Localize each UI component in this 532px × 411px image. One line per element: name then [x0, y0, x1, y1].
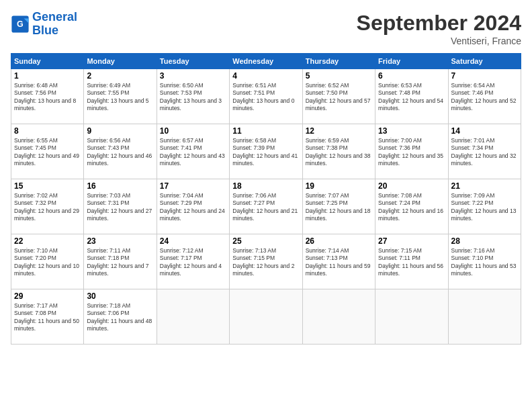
day-number: 5	[306, 71, 372, 81]
day-info: Sunrise: 7:07 AM Sunset: 7:25 PM Dayligh…	[306, 192, 372, 223]
calendar-week-3: 15 Sunrise: 7:02 AM Sunset: 7:32 PM Dayl…	[11, 179, 521, 234]
calendar-page: G General Blue September 2024 Ventiseri,…	[0, 0, 532, 411]
table-row: 1 Sunrise: 6:48 AM Sunset: 7:56 PM Dayli…	[11, 69, 84, 124]
table-row: 22 Sunrise: 7:10 AM Sunset: 7:20 PM Dayl…	[11, 234, 84, 289]
day-info: Sunrise: 6:48 AM Sunset: 7:56 PM Dayligh…	[14, 82, 81, 113]
day-number: 24	[160, 236, 226, 246]
day-number: 23	[87, 236, 153, 246]
calendar-table: Sunday Monday Tuesday Wednesday Thursday…	[11, 53, 521, 345]
day-info: Sunrise: 7:08 AM Sunset: 7:24 PM Dayligh…	[378, 192, 445, 223]
table-row: 28 Sunrise: 7:16 AM Sunset: 7:10 PM Dayl…	[448, 234, 521, 289]
day-info: Sunrise: 7:14 AM Sunset: 7:13 PM Dayligh…	[306, 247, 372, 278]
day-number: 8	[14, 126, 81, 136]
day-number: 25	[232, 236, 299, 246]
day-number: 29	[14, 291, 81, 301]
table-row	[230, 289, 302, 345]
day-number: 7	[451, 71, 518, 81]
day-number: 13	[378, 126, 445, 136]
day-number: 2	[87, 71, 153, 81]
table-row: 25 Sunrise: 7:13 AM Sunset: 7:15 PM Dayl…	[230, 234, 302, 289]
table-row	[375, 289, 448, 345]
day-number: 26	[306, 236, 372, 246]
day-number: 21	[451, 181, 518, 191]
day-info: Sunrise: 6:50 AM Sunset: 7:53 PM Dayligh…	[160, 82, 226, 113]
table-row: 29 Sunrise: 7:17 AM Sunset: 7:08 PM Dayl…	[11, 289, 84, 345]
day-number: 3	[160, 71, 226, 81]
table-row: 26 Sunrise: 7:14 AM Sunset: 7:13 PM Dayl…	[302, 234, 375, 289]
day-number: 15	[14, 181, 81, 191]
logo-line2: Blue	[32, 24, 58, 37]
calendar-week-2: 8 Sunrise: 6:55 AM Sunset: 7:45 PM Dayli…	[11, 124, 521, 179]
logo-text: General Blue	[32, 11, 77, 38]
day-info: Sunrise: 7:01 AM Sunset: 7:34 PM Dayligh…	[451, 137, 518, 168]
logo: G General Blue	[11, 11, 77, 38]
day-info: Sunrise: 7:03 AM Sunset: 7:31 PM Dayligh…	[87, 192, 153, 223]
table-row: 8 Sunrise: 6:55 AM Sunset: 7:45 PM Dayli…	[11, 124, 84, 179]
day-number: 11	[232, 126, 299, 136]
table-row: 10 Sunrise: 6:57 AM Sunset: 7:41 PM Dayl…	[157, 124, 229, 179]
day-info: Sunrise: 7:09 AM Sunset: 7:22 PM Dayligh…	[451, 192, 518, 223]
month-title: September 2024	[357, 11, 521, 36]
calendar-week-5: 29 Sunrise: 7:17 AM Sunset: 7:08 PM Dayl…	[11, 289, 521, 345]
day-info: Sunrise: 7:00 AM Sunset: 7:36 PM Dayligh…	[378, 137, 445, 168]
table-row: 4 Sunrise: 6:51 AM Sunset: 7:51 PM Dayli…	[230, 69, 302, 124]
title-area: September 2024 Ventiseri, France	[357, 11, 521, 46]
day-number: 6	[378, 71, 445, 81]
day-info: Sunrise: 6:59 AM Sunset: 7:38 PM Dayligh…	[306, 137, 372, 168]
table-row: 14 Sunrise: 7:01 AM Sunset: 7:34 PM Dayl…	[448, 124, 521, 179]
day-number: 19	[306, 181, 372, 191]
table-row: 15 Sunrise: 7:02 AM Sunset: 7:32 PM Dayl…	[11, 179, 84, 234]
day-info: Sunrise: 7:10 AM Sunset: 7:20 PM Dayligh…	[14, 247, 81, 278]
day-number: 30	[87, 291, 153, 301]
page-header: G General Blue September 2024 Ventiseri,…	[11, 11, 521, 46]
calendar-week-1: 1 Sunrise: 6:48 AM Sunset: 7:56 PM Dayli…	[11, 69, 521, 124]
day-info: Sunrise: 6:52 AM Sunset: 7:50 PM Dayligh…	[306, 82, 372, 113]
svg-text:G: G	[17, 19, 24, 29]
day-number: 27	[378, 236, 445, 246]
day-info: Sunrise: 7:11 AM Sunset: 7:18 PM Dayligh…	[87, 247, 153, 278]
table-row: 23 Sunrise: 7:11 AM Sunset: 7:18 PM Dayl…	[84, 234, 157, 289]
calendar-week-4: 22 Sunrise: 7:10 AM Sunset: 7:20 PM Dayl…	[11, 234, 521, 289]
day-info: Sunrise: 7:18 AM Sunset: 7:06 PM Dayligh…	[87, 302, 153, 333]
day-number: 16	[87, 181, 153, 191]
day-info: Sunrise: 6:56 AM Sunset: 7:43 PM Dayligh…	[87, 137, 153, 168]
day-info: Sunrise: 7:02 AM Sunset: 7:32 PM Dayligh…	[14, 192, 81, 223]
day-info: Sunrise: 7:06 AM Sunset: 7:27 PM Dayligh…	[232, 192, 299, 223]
table-row: 7 Sunrise: 6:54 AM Sunset: 7:46 PM Dayli…	[448, 69, 521, 124]
table-row: 11 Sunrise: 6:58 AM Sunset: 7:39 PM Dayl…	[230, 124, 302, 179]
day-number: 18	[232, 181, 299, 191]
day-number: 28	[451, 236, 518, 246]
day-number: 10	[160, 126, 226, 136]
table-row: 17 Sunrise: 7:04 AM Sunset: 7:29 PM Dayl…	[157, 179, 229, 234]
table-row: 6 Sunrise: 6:53 AM Sunset: 7:48 PM Dayli…	[375, 69, 448, 124]
table-row: 2 Sunrise: 6:49 AM Sunset: 7:55 PM Dayli…	[84, 69, 157, 124]
day-info: Sunrise: 6:51 AM Sunset: 7:51 PM Dayligh…	[232, 82, 299, 113]
logo-line1: General	[32, 10, 77, 24]
table-row: 13 Sunrise: 7:00 AM Sunset: 7:36 PM Dayl…	[375, 124, 448, 179]
day-info: Sunrise: 6:57 AM Sunset: 7:41 PM Dayligh…	[160, 137, 226, 168]
table-row: 5 Sunrise: 6:52 AM Sunset: 7:50 PM Dayli…	[302, 69, 375, 124]
day-info: Sunrise: 6:54 AM Sunset: 7:46 PM Dayligh…	[451, 82, 518, 113]
table-row: 3 Sunrise: 6:50 AM Sunset: 7:53 PM Dayli…	[157, 69, 229, 124]
day-info: Sunrise: 7:13 AM Sunset: 7:15 PM Dayligh…	[232, 247, 299, 278]
table-row: 24 Sunrise: 7:12 AM Sunset: 7:17 PM Dayl…	[157, 234, 229, 289]
table-row: 19 Sunrise: 7:07 AM Sunset: 7:25 PM Dayl…	[302, 179, 375, 234]
day-info: Sunrise: 7:12 AM Sunset: 7:17 PM Dayligh…	[160, 247, 226, 278]
day-number: 20	[378, 181, 445, 191]
table-row: 18 Sunrise: 7:06 AM Sunset: 7:27 PM Dayl…	[230, 179, 302, 234]
day-info: Sunrise: 7:17 AM Sunset: 7:08 PM Dayligh…	[14, 302, 81, 333]
day-number: 14	[451, 126, 518, 136]
header-friday: Friday	[375, 54, 448, 69]
header-tuesday: Tuesday	[157, 54, 229, 69]
table-row: 16 Sunrise: 7:03 AM Sunset: 7:31 PM Dayl…	[84, 179, 157, 234]
logo-icon: G	[11, 15, 30, 34]
day-number: 12	[306, 126, 372, 136]
header-thursday: Thursday	[302, 54, 375, 69]
day-info: Sunrise: 7:15 AM Sunset: 7:11 PM Dayligh…	[378, 247, 445, 278]
location-subtitle: Ventiseri, France	[357, 36, 521, 46]
day-number: 17	[160, 181, 226, 191]
header-monday: Monday	[84, 54, 157, 69]
day-info: Sunrise: 7:16 AM Sunset: 7:10 PM Dayligh…	[451, 247, 518, 278]
day-info: Sunrise: 6:55 AM Sunset: 7:45 PM Dayligh…	[14, 137, 81, 168]
header-saturday: Saturday	[448, 54, 521, 69]
